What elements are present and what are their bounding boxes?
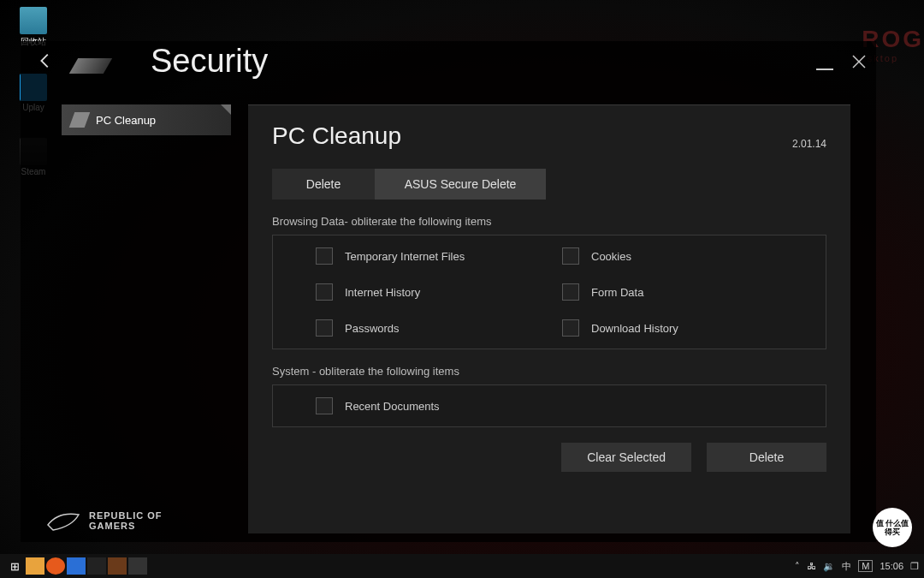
taskbar-firefox[interactable] <box>46 557 65 575</box>
checkbox[interactable] <box>316 319 333 337</box>
titlebar: Security <box>21 41 876 80</box>
tray-volume-icon[interactable]: 🔉 <box>823 561 835 572</box>
tray-chevron-icon[interactable]: ˄ <box>795 561 800 572</box>
taskbar-steam[interactable] <box>87 557 106 575</box>
version-label: 2.01.14 <box>792 138 826 150</box>
start-button[interactable]: ⊞ <box>5 557 24 575</box>
rog-eye-icon <box>46 508 80 533</box>
checkbox[interactable] <box>562 283 579 301</box>
panel-title: PC Cleanup <box>272 122 401 150</box>
sidebar: PC Cleanup <box>62 104 231 533</box>
group-label: System - obliterate the following items <box>272 365 826 378</box>
recycle-bin-icon <box>20 7 47 34</box>
opt-temp-internet-files[interactable]: Temporary Internet Files <box>316 247 536 265</box>
tray-network-icon[interactable]: 🖧 <box>807 561 816 571</box>
opt-form-data[interactable]: Form Data <box>562 283 783 301</box>
tray-ime[interactable]: 中 <box>842 560 851 573</box>
opt-internet-history[interactable]: Internet History <box>316 283 536 301</box>
clear-selected-button[interactable]: Clear Selected <box>561 443 691 472</box>
checkbox[interactable] <box>316 397 333 414</box>
tray-action-center-icon[interactable]: ❐ <box>910 561 919 572</box>
broom-icon <box>69 112 91 128</box>
opt-download-history[interactable]: Download History <box>562 319 783 337</box>
group-label: Browsing Data- obliterate the following … <box>272 215 826 228</box>
checkbox[interactable] <box>562 319 579 337</box>
minimize-button[interactable] <box>816 53 833 70</box>
delete-button[interactable]: Delete <box>707 443 826 472</box>
opt-passwords[interactable]: Passwords <box>316 319 536 337</box>
title-accent-icon <box>69 58 112 74</box>
back-button[interactable] <box>34 50 56 72</box>
security-window: Security PC Cleanup PC Cleanup 2.01.14 D… <box>21 41 876 542</box>
tray-mode[interactable]: M <box>858 560 873 572</box>
taskbar-app2[interactable] <box>128 557 147 575</box>
page-title: Security <box>151 43 268 80</box>
footer-brand: REPUBLIC OFGAMERS <box>46 508 163 533</box>
taskbar: ⊞ ˄ 🖧 🔉 中 M 15:06 ❐ <box>0 554 924 578</box>
taskbar-mail[interactable] <box>67 557 86 575</box>
checkbox[interactable] <box>316 247 333 265</box>
checkbox[interactable] <box>562 247 579 265</box>
close-button[interactable] <box>850 53 868 70</box>
checkbox[interactable] <box>316 283 333 301</box>
opt-recent-documents[interactable]: Recent Documents <box>316 397 783 414</box>
tray-time[interactable]: 15:06 <box>880 561 903 571</box>
group-system: System - obliterate the following items … <box>272 365 826 427</box>
sidebar-item-label: PC Cleanup <box>96 114 156 127</box>
group-browsing-data: Browsing Data- obliterate the following … <box>272 215 826 349</box>
tab-asus-secure-delete[interactable]: ASUS Secure Delete <box>375 169 546 200</box>
main-panel: PC Cleanup 2.01.14 Delete ASUS Secure De… <box>248 104 850 533</box>
opt-cookies[interactable]: Cookies <box>562 247 783 265</box>
taskbar-app1[interactable] <box>108 557 127 575</box>
tabs: Delete ASUS Secure Delete <box>272 169 826 200</box>
tab-delete[interactable]: Delete <box>272 169 375 200</box>
sidebar-item-pc-cleanup[interactable]: PC Cleanup <box>62 104 231 135</box>
watermark-badge: 值 什么值得买 <box>873 508 912 547</box>
taskbar-explorer[interactable] <box>26 557 44 575</box>
